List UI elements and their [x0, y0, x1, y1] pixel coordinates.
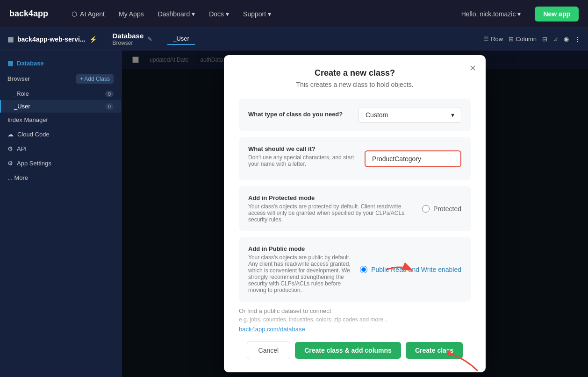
- footer-text: Or find a public dataset to connect: [239, 307, 471, 314]
- cancel-button[interactable]: Cancel: [247, 341, 291, 359]
- modal-overlay: ✕ Create a new class? This creates a new…: [122, 50, 588, 377]
- column-button[interactable]: ⊞ Column: [509, 36, 537, 43]
- protected-title: Add in Protected mode: [248, 194, 415, 201]
- user-chevron-icon: ▾: [517, 10, 521, 18]
- app-expand-icon[interactable]: ⚡: [89, 36, 97, 43]
- create-class-button[interactable]: Create class: [406, 342, 463, 359]
- public-row: Add in Public mode Your class's objects …: [248, 245, 461, 293]
- subheader: ▦ back4app-web-servi... ⚡ Database Brows…: [0, 28, 588, 50]
- new-app-button[interactable]: New app: [535, 7, 579, 21]
- sidebar-item-user[interactable]: _User 0: [0, 100, 121, 113]
- row-button[interactable]: ☰ Row: [483, 36, 503, 43]
- name-label: What should we call it?: [248, 145, 365, 152]
- protected-radio[interactable]: [422, 205, 430, 213]
- sidebar-item-app-settings[interactable]: ⚙ App Settings: [0, 156, 121, 171]
- public-desc: Your class's objects are public by defau…: [248, 254, 352, 293]
- public-radio[interactable]: [360, 266, 367, 273]
- db-icon: ▦: [7, 36, 14, 43]
- protected-desc: Your class's objects are protected by de…: [248, 203, 415, 223]
- browser-section: Browser + Add Class: [0, 71, 121, 87]
- support-chevron-icon: ▾: [268, 10, 271, 18]
- more-icon: ⋮: [574, 36, 581, 43]
- footer-link[interactable]: back4app.com/database: [239, 326, 305, 333]
- modal-title: Create a new class?: [239, 68, 471, 78]
- main-layout: ▦ Database Browser + Add Class _Role 0 _…: [0, 50, 588, 377]
- dropdown-chevron-icon: ▾: [451, 111, 454, 119]
- top-navigation: back4app ⬡ AI Agent My Apps Dashboard ▾ …: [0, 0, 588, 28]
- class-type-section: What type of class do you need? Custom ▾: [239, 99, 471, 131]
- class-name-input[interactable]: [365, 150, 461, 167]
- modal-close-button[interactable]: ✕: [466, 62, 479, 75]
- tab-user[interactable]: _User: [167, 33, 195, 45]
- protected-option-label: Protected: [433, 205, 461, 213]
- sidebar-database: ▦ Database: [0, 56, 121, 71]
- protected-mode-section: Add in Protected mode Your class's objec…: [239, 186, 471, 231]
- protected-row: Add in Protected mode Your class's objec…: [248, 194, 461, 223]
- grid-view-button[interactable]: ⊟: [542, 36, 547, 43]
- class-type-dropdown[interactable]: Custom ▾: [359, 107, 461, 123]
- type-row: What type of class do you need? Custom ▾: [248, 107, 461, 123]
- support-link[interactable]: Support ▾: [243, 10, 271, 18]
- footer-example: e.g. jobs, countries, industries, colors…: [239, 316, 471, 323]
- my-apps-link[interactable]: My Apps: [119, 10, 144, 18]
- name-hint: Don't use any special characters, and st…: [248, 154, 365, 167]
- cloud-icon: ☁: [7, 131, 14, 138]
- ai-agent-link[interactable]: ⬡ AI Agent: [72, 10, 105, 18]
- edit-icon[interactable]: ✎: [147, 36, 152, 43]
- settings-icon: ⚙: [7, 160, 13, 167]
- public-option-label: Public Read and Write enabled: [371, 266, 461, 273]
- api-icon: ⚙: [7, 145, 13, 152]
- content-area: updatedAt Date authData Obj ✕ Create a n…: [122, 50, 588, 377]
- ai-icon: ⬡: [72, 10, 77, 18]
- sidebar-item-cloud-code[interactable]: ☁ Cloud Code: [0, 127, 121, 142]
- more-options-button[interactable]: ⋮: [574, 36, 581, 43]
- logo: back4app: [9, 9, 48, 19]
- add-class-button[interactable]: + Add Class: [76, 74, 114, 84]
- modal-actions: Cancel Create class & add columns Create…: [239, 341, 471, 359]
- db-title: Database: [113, 32, 144, 40]
- protected-radio-row: Protected: [422, 205, 461, 213]
- user-count-badge: 0: [105, 103, 114, 110]
- filter-button[interactable]: ⊿: [553, 36, 558, 43]
- docs-chevron-icon: ▾: [226, 10, 229, 18]
- sidebar-item-more[interactable]: ... More: [0, 171, 121, 185]
- name-row: What should we call it? Don't use any sp…: [248, 145, 461, 172]
- sidebar-item-index-manager[interactable]: Index Manager: [0, 113, 121, 127]
- public-radio-row: Public Read and Write enabled: [360, 266, 461, 273]
- type-label: What type of class do you need?: [248, 111, 343, 118]
- create-class-modal: ✕ Create a new class? This creates a new…: [224, 55, 486, 372]
- dashboard-link[interactable]: Dashboard ▾: [158, 10, 195, 18]
- grid-icon: ⊟: [542, 36, 547, 43]
- row-icon: ☰: [483, 36, 489, 43]
- sidebar-item-api[interactable]: ⚙ API: [0, 142, 121, 156]
- user-menu[interactable]: Hello, nick.tomazic ▾: [461, 10, 521, 18]
- sidebar-item-role[interactable]: _Role 0: [0, 87, 121, 100]
- modal-subtitle: This creates a new class to hold objects…: [239, 81, 471, 88]
- public-title: Add in Public mode: [248, 245, 352, 252]
- eye-icon: ◉: [564, 36, 569, 43]
- subheader-actions: ☰ Row ⊞ Column ⊟ ⊿ ◉ ⋮: [483, 36, 581, 43]
- class-name-section: What should we call it? Don't use any sp…: [239, 137, 471, 180]
- app-name: ▦ back4app-web-servi... ⚡: [7, 36, 97, 43]
- create-class-add-columns-button[interactable]: Create class & add columns: [295, 342, 401, 359]
- column-icon: ⊞: [509, 36, 514, 43]
- filter-icon: ⊿: [553, 36, 558, 43]
- eye-button[interactable]: ◉: [564, 36, 569, 43]
- docs-link[interactable]: Docs ▾: [209, 10, 229, 18]
- public-mode-section: Add in Public mode Your class's objects …: [239, 237, 471, 302]
- sidebar: ▦ Database Browser + Add Class _Role 0 _…: [0, 50, 122, 377]
- db-subtitle: Browser: [113, 40, 144, 46]
- db-section: Database Browser ✎: [105, 32, 160, 46]
- dashboard-chevron-icon: ▾: [192, 10, 195, 18]
- role-count-badge: 0: [105, 91, 114, 97]
- database-icon: ▦: [7, 60, 13, 67]
